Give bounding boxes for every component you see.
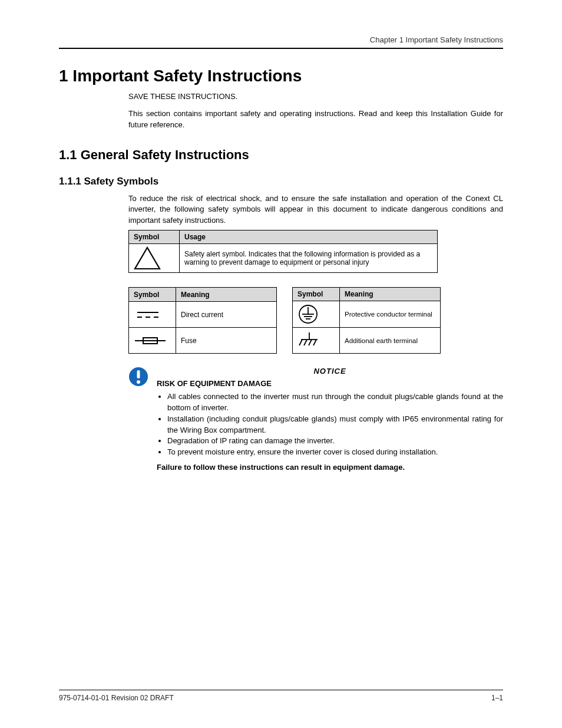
th-symbol-r: Symbol [293,288,340,301]
footer-page-number: 1–1 [491,694,503,702]
additional-earth-icon [293,328,340,354]
chapter-title: 1 Important Safety Instructions [59,67,503,85]
th-meaning-l: Meaning [176,288,277,302]
svg-line-18 [309,340,312,345]
notice-heading: NOTICE [157,367,503,375]
footer-doc-id: 975-0714-01-01 Revision 02 DRAFT [59,694,174,702]
th-symbol: Symbol [129,230,180,244]
safety-symbol-table: Symbol Usage Safety alert symbol. Indica… [128,230,438,273]
page-footer: 975-0714-01-01 Revision 02 DRAFT 1–1 [59,690,503,702]
alert-usage: Safety alert symbol. Indicates that the … [180,244,438,273]
intro-paragraph: This section contains important safety a… [128,108,503,131]
symbols-intro: To reduce the risk of electrical shock, … [128,193,503,227]
notice-bullet-2: Installation (including conduit plugs/ca… [167,414,503,436]
symbol-table-right: Symbol Meaning Protective conductor ter [292,287,441,354]
dc-meaning: Direct current [176,302,277,328]
fuse-meaning: Fuse [176,328,277,354]
svg-marker-0 [135,248,160,269]
running-header: Chapter 1 Important Safety Instructions [59,35,503,44]
th-meaning-r: Meaning [340,288,441,301]
protective-earth-meaning: Protective conductor terminal [340,301,441,328]
notice-bullet-3: Degradation of IP rating can damage the … [167,436,503,447]
svg-line-16 [299,340,302,345]
save-instructions: SAVE THESE INSTRUCTIONS. [128,91,503,103]
notice-bullet-1: All cables connected to the inverter mus… [167,391,503,414]
notice-bullet-4: To prevent moisture entry, ensure the in… [167,447,503,458]
fuse-icon [129,328,176,354]
th-symbol-l: Symbol [129,288,176,302]
notice-title: RISK OF EQUIPMENT DAMAGE [157,379,503,388]
notice-footer: Failure to follow these instructions can… [157,463,503,472]
dc-icon [129,302,176,328]
th-usage: Usage [180,230,438,244]
svg-line-19 [313,340,316,345]
notice-exclamation-icon [128,367,148,387]
alert-triangle-icon [129,244,180,273]
section-general-safety: 1.1 General Safety Instructions [59,147,503,163]
top-rule [59,48,503,49]
protective-earth-icon [293,301,340,328]
notice-block: NOTICE RISK OF EQUIPMENT DAMAGE All cabl… [157,367,503,472]
subsection-safety-symbols: 1.1.1 Safety Symbols [59,176,503,187]
svg-point-22 [137,380,140,384]
svg-line-17 [304,340,307,345]
additional-earth-meaning: Additional earth terminal [340,328,441,354]
symbol-table-left: Symbol Meaning Direct current [128,287,277,354]
svg-rect-21 [137,370,140,378]
